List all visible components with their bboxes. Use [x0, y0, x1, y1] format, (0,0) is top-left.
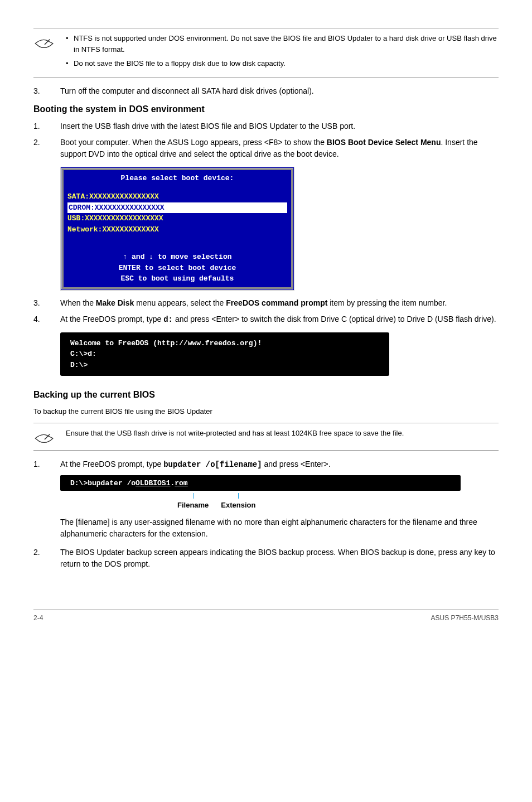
step-3: 3. Turn off the computer and disconnect …: [33, 85, 499, 97]
instruction-line: ENTER to select boot device: [67, 263, 287, 274]
step-number: 3.: [33, 85, 45, 97]
boot-device-menu: Please select boot device: SATA:XXXXXXXX…: [60, 167, 294, 291]
boot-step-4: 4. At the FreeDOS prompt, type d: and pr…: [33, 313, 499, 326]
step-number: 1.: [33, 120, 45, 132]
label-extension: Extension: [221, 493, 255, 511]
boot-menu-item: USB:XXXXXXXXXXXXXXXXXX: [67, 213, 287, 224]
pencil-note-icon: [33, 428, 56, 446]
step-text: At the FreeDOS prompt, type bupdater /o[…: [60, 458, 499, 471]
step-text: Insert the USB flash drive with the late…: [60, 120, 499, 132]
instruction-line: ↑ and ↓ to move selection: [67, 252, 287, 263]
text-bold: Make Disk: [96, 298, 134, 307]
terminal-text: D:\>bupdater /o: [70, 479, 136, 487]
boot-menu-item-selected: CDROM:XXXXXXXXXXXXXXXX: [67, 202, 287, 214]
label-filename: Filename: [177, 493, 209, 511]
backup-explain: The [filename] is any user-assigned file…: [33, 516, 499, 540]
pencil-note-icon: [33, 33, 56, 51]
step-number: 2.: [33, 137, 45, 160]
terminal-filename: OLDBIOS1: [136, 479, 170, 487]
boot-menu-title: Please select boot device:: [67, 173, 287, 184]
text-fragment: and press <Enter>.: [262, 460, 331, 468]
terminal-line: D:\>: [70, 360, 379, 371]
terminal-line: Welcome to FreeDOS (http://www.freedos.o…: [70, 338, 379, 349]
boot-menu-item: Network:XXXXXXXXXXXXX: [67, 224, 287, 235]
terminal-freedos: Welcome to FreeDOS (http://www.freedos.o…: [60, 332, 389, 376]
boot-step-2: 2. Boot your computer. When the ASUS Log…: [33, 137, 499, 160]
text-bold: FreeDOS command prompt: [226, 298, 327, 307]
text-fragment: item by pressing the item number.: [327, 298, 447, 307]
note-block-backup: Ensure that the USB flash drive is not w…: [33, 423, 499, 451]
text-fragment: At the FreeDOS prompt, type: [60, 460, 163, 468]
text-fragment: At the FreeDOS prompt, type: [60, 315, 163, 323]
note-item: Do not save the BIOS file to a floppy di…: [66, 58, 499, 69]
step-text: At the FreeDOS prompt, type d: and press…: [60, 313, 499, 326]
text-fragment: and press <Enter> to switch the disk fro…: [173, 315, 496, 323]
label-text: Extension: [221, 500, 255, 511]
footer-product: ASUS P7H55-M/USB3: [431, 613, 499, 623]
step-text: Boot your computer. When the ASUS Logo a…: [60, 137, 499, 160]
backup-step-2: 2. The BIOS Updater backup screen appear…: [33, 547, 499, 570]
step-text: When the Make Disk menu appears, select …: [60, 297, 499, 309]
boot-menu-item: SATA:XXXXXXXXXXXXXXXX: [67, 191, 287, 202]
text-fragment: When the: [60, 298, 96, 307]
step-number: 3.: [33, 297, 45, 309]
step-number: 1.: [33, 458, 45, 471]
step-number: 4.: [33, 313, 45, 326]
spacer: [33, 516, 45, 540]
text-fragment: Boot your computer. When the ASUS Logo a…: [60, 138, 327, 147]
inline-code: bupdater /o[filename]: [163, 460, 262, 469]
boot-menu-instruction: ↑ and ↓ to move selection ENTER to selec…: [67, 252, 287, 284]
note-text: Ensure that the USB flash drive is not w…: [66, 428, 499, 439]
terminal-line: C:\>d:: [70, 349, 379, 360]
step-text: Turn off the computer and disconnect all…: [60, 85, 499, 97]
backup-step-1: 1. At the FreeDOS prompt, type bupdater …: [33, 458, 499, 471]
text-bold: BIOS Boot Device Select Menu: [327, 138, 441, 147]
step-number: 2.: [33, 547, 45, 570]
explain-text: The [filename] is any user-assigned file…: [60, 516, 499, 540]
terminal-labels: Filename Extension: [60, 493, 499, 511]
terminal-bupdater: D:\>bupdater /oOLDBIOS1.rom: [60, 475, 461, 491]
step-text: The BIOS Updater backup screen appears i…: [60, 547, 499, 570]
label-text: Filename: [177, 500, 209, 511]
note-body: NTFS is not supported under DOS environm…: [66, 33, 499, 73]
section-heading-booting: Booting the system in DOS environment: [33, 103, 499, 116]
footer-page: 2-4: [33, 613, 43, 623]
note-block-top: NTFS is not supported under DOS environm…: [33, 28, 499, 78]
note-item: NTFS is not supported under DOS environm…: [66, 33, 499, 55]
text-fragment: menu appears, select the: [134, 298, 226, 307]
section-subcaption: To backup the current BIOS file using th…: [33, 406, 499, 417]
boot-step-3: 3. When the Make Disk menu appears, sele…: [33, 297, 499, 309]
terminal-extension: rom: [175, 479, 187, 487]
note-body: Ensure that the USB flash drive is not w…: [66, 428, 499, 439]
boot-step-1: 1. Insert the USB flash drive with the l…: [33, 120, 499, 132]
instruction-line: ESC to boot using defaults: [67, 273, 287, 284]
page-footer: 2-4 ASUS P7H55-M/USB3: [33, 609, 499, 623]
section-heading-backup: Backing up the current BIOS: [33, 388, 499, 402]
inline-code: d:: [163, 315, 173, 324]
